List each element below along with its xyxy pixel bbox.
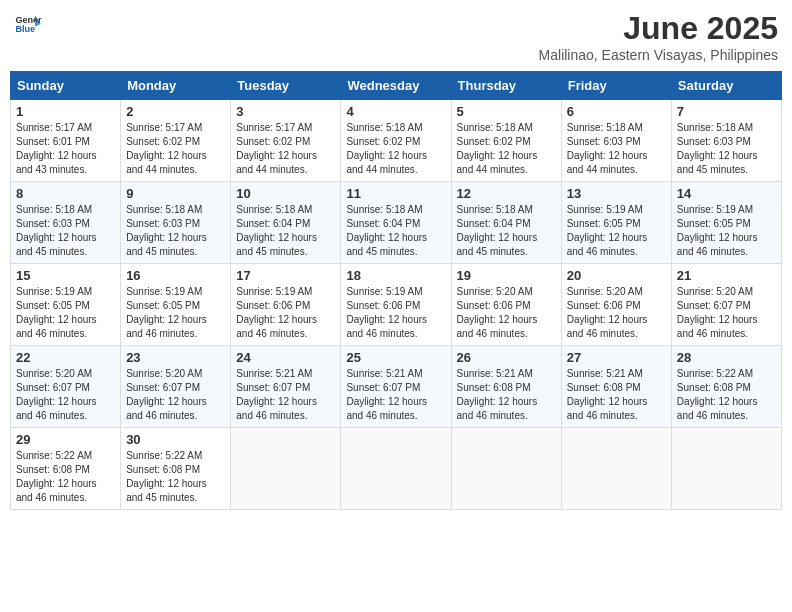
- day-info: Sunrise: 5:21 AMSunset: 6:08 PMDaylight:…: [567, 367, 666, 423]
- calendar-day-11: 11Sunrise: 5:18 AMSunset: 6:04 PMDayligh…: [341, 182, 451, 264]
- day-info: Sunrise: 5:18 AMSunset: 6:03 PMDaylight:…: [567, 121, 666, 177]
- day-info: Sunrise: 5:22 AMSunset: 6:08 PMDaylight:…: [677, 367, 776, 423]
- calendar-day-3: 3Sunrise: 5:17 AMSunset: 6:02 PMDaylight…: [231, 100, 341, 182]
- weekday-header-tuesday: Tuesday: [231, 72, 341, 100]
- day-number: 25: [346, 350, 445, 365]
- day-info: Sunrise: 5:18 AMSunset: 6:04 PMDaylight:…: [236, 203, 335, 259]
- calendar-day-empty: [341, 428, 451, 510]
- calendar-day-2: 2Sunrise: 5:17 AMSunset: 6:02 PMDaylight…: [121, 100, 231, 182]
- day-info: Sunrise: 5:19 AMSunset: 6:05 PMDaylight:…: [126, 285, 225, 341]
- day-number: 2: [126, 104, 225, 119]
- day-number: 20: [567, 268, 666, 283]
- location-title: Malilinao, Eastern Visayas, Philippines: [539, 47, 778, 63]
- day-number: 5: [457, 104, 556, 119]
- calendar-day-empty: [561, 428, 671, 510]
- weekday-header-friday: Friday: [561, 72, 671, 100]
- day-number: 21: [677, 268, 776, 283]
- day-number: 4: [346, 104, 445, 119]
- day-number: 22: [16, 350, 115, 365]
- day-info: Sunrise: 5:18 AMSunset: 6:04 PMDaylight:…: [346, 203, 445, 259]
- header: General Blue June 2025 Malilinao, Easter…: [10, 10, 782, 63]
- day-info: Sunrise: 5:20 AMSunset: 6:07 PMDaylight:…: [16, 367, 115, 423]
- calendar-day-17: 17Sunrise: 5:19 AMSunset: 6:06 PMDayligh…: [231, 264, 341, 346]
- calendar-week-5: 29Sunrise: 5:22 AMSunset: 6:08 PMDayligh…: [11, 428, 782, 510]
- day-info: Sunrise: 5:19 AMSunset: 6:05 PMDaylight:…: [567, 203, 666, 259]
- calendar-day-29: 29Sunrise: 5:22 AMSunset: 6:08 PMDayligh…: [11, 428, 121, 510]
- day-number: 13: [567, 186, 666, 201]
- calendar-day-20: 20Sunrise: 5:20 AMSunset: 6:06 PMDayligh…: [561, 264, 671, 346]
- calendar-day-30: 30Sunrise: 5:22 AMSunset: 6:08 PMDayligh…: [121, 428, 231, 510]
- day-number: 8: [16, 186, 115, 201]
- calendar-day-6: 6Sunrise: 5:18 AMSunset: 6:03 PMDaylight…: [561, 100, 671, 182]
- month-title: June 2025: [539, 10, 778, 47]
- day-info: Sunrise: 5:17 AMSunset: 6:02 PMDaylight:…: [236, 121, 335, 177]
- calendar-day-25: 25Sunrise: 5:21 AMSunset: 6:07 PMDayligh…: [341, 346, 451, 428]
- day-info: Sunrise: 5:18 AMSunset: 6:03 PMDaylight:…: [16, 203, 115, 259]
- calendar-week-3: 15Sunrise: 5:19 AMSunset: 6:05 PMDayligh…: [11, 264, 782, 346]
- day-number: 12: [457, 186, 556, 201]
- day-number: 6: [567, 104, 666, 119]
- day-number: 30: [126, 432, 225, 447]
- day-number: 7: [677, 104, 776, 119]
- day-number: 16: [126, 268, 225, 283]
- day-number: 18: [346, 268, 445, 283]
- calendar-day-14: 14Sunrise: 5:19 AMSunset: 6:05 PMDayligh…: [671, 182, 781, 264]
- calendar-day-5: 5Sunrise: 5:18 AMSunset: 6:02 PMDaylight…: [451, 100, 561, 182]
- day-number: 29: [16, 432, 115, 447]
- calendar-week-2: 8Sunrise: 5:18 AMSunset: 6:03 PMDaylight…: [11, 182, 782, 264]
- logo-icon: General Blue: [14, 10, 42, 38]
- day-info: Sunrise: 5:19 AMSunset: 6:06 PMDaylight:…: [236, 285, 335, 341]
- calendar-day-10: 10Sunrise: 5:18 AMSunset: 6:04 PMDayligh…: [231, 182, 341, 264]
- day-info: Sunrise: 5:18 AMSunset: 6:04 PMDaylight:…: [457, 203, 556, 259]
- day-info: Sunrise: 5:20 AMSunset: 6:07 PMDaylight:…: [677, 285, 776, 341]
- calendar-table: SundayMondayTuesdayWednesdayThursdayFrid…: [10, 71, 782, 510]
- day-info: Sunrise: 5:17 AMSunset: 6:01 PMDaylight:…: [16, 121, 115, 177]
- title-area: June 2025 Malilinao, Eastern Visayas, Ph…: [539, 10, 778, 63]
- day-number: 14: [677, 186, 776, 201]
- day-number: 19: [457, 268, 556, 283]
- day-number: 24: [236, 350, 335, 365]
- calendar-day-22: 22Sunrise: 5:20 AMSunset: 6:07 PMDayligh…: [11, 346, 121, 428]
- calendar-day-12: 12Sunrise: 5:18 AMSunset: 6:04 PMDayligh…: [451, 182, 561, 264]
- day-info: Sunrise: 5:18 AMSunset: 6:03 PMDaylight:…: [126, 203, 225, 259]
- day-info: Sunrise: 5:17 AMSunset: 6:02 PMDaylight:…: [126, 121, 225, 177]
- calendar-day-8: 8Sunrise: 5:18 AMSunset: 6:03 PMDaylight…: [11, 182, 121, 264]
- svg-text:Blue: Blue: [15, 24, 35, 34]
- calendar-day-21: 21Sunrise: 5:20 AMSunset: 6:07 PMDayligh…: [671, 264, 781, 346]
- calendar-day-empty: [451, 428, 561, 510]
- calendar-week-4: 22Sunrise: 5:20 AMSunset: 6:07 PMDayligh…: [11, 346, 782, 428]
- calendar-day-27: 27Sunrise: 5:21 AMSunset: 6:08 PMDayligh…: [561, 346, 671, 428]
- day-info: Sunrise: 5:19 AMSunset: 6:06 PMDaylight:…: [346, 285, 445, 341]
- day-number: 11: [346, 186, 445, 201]
- calendar-day-24: 24Sunrise: 5:21 AMSunset: 6:07 PMDayligh…: [231, 346, 341, 428]
- day-info: Sunrise: 5:21 AMSunset: 6:07 PMDaylight:…: [346, 367, 445, 423]
- day-number: 26: [457, 350, 556, 365]
- calendar-day-9: 9Sunrise: 5:18 AMSunset: 6:03 PMDaylight…: [121, 182, 231, 264]
- day-number: 27: [567, 350, 666, 365]
- day-info: Sunrise: 5:21 AMSunset: 6:07 PMDaylight:…: [236, 367, 335, 423]
- day-number: 10: [236, 186, 335, 201]
- day-info: Sunrise: 5:20 AMSunset: 6:06 PMDaylight:…: [457, 285, 556, 341]
- calendar-day-16: 16Sunrise: 5:19 AMSunset: 6:05 PMDayligh…: [121, 264, 231, 346]
- calendar-day-13: 13Sunrise: 5:19 AMSunset: 6:05 PMDayligh…: [561, 182, 671, 264]
- calendar-day-19: 19Sunrise: 5:20 AMSunset: 6:06 PMDayligh…: [451, 264, 561, 346]
- day-info: Sunrise: 5:20 AMSunset: 6:07 PMDaylight:…: [126, 367, 225, 423]
- day-info: Sunrise: 5:19 AMSunset: 6:05 PMDaylight:…: [16, 285, 115, 341]
- weekday-header-thursday: Thursday: [451, 72, 561, 100]
- day-info: Sunrise: 5:20 AMSunset: 6:06 PMDaylight:…: [567, 285, 666, 341]
- day-info: Sunrise: 5:22 AMSunset: 6:08 PMDaylight:…: [126, 449, 225, 505]
- calendar-day-empty: [671, 428, 781, 510]
- calendar-day-7: 7Sunrise: 5:18 AMSunset: 6:03 PMDaylight…: [671, 100, 781, 182]
- day-info: Sunrise: 5:18 AMSunset: 6:02 PMDaylight:…: [346, 121, 445, 177]
- calendar-week-1: 1Sunrise: 5:17 AMSunset: 6:01 PMDaylight…: [11, 100, 782, 182]
- day-number: 17: [236, 268, 335, 283]
- day-info: Sunrise: 5:18 AMSunset: 6:02 PMDaylight:…: [457, 121, 556, 177]
- weekday-header-monday: Monday: [121, 72, 231, 100]
- day-info: Sunrise: 5:18 AMSunset: 6:03 PMDaylight:…: [677, 121, 776, 177]
- calendar-day-28: 28Sunrise: 5:22 AMSunset: 6:08 PMDayligh…: [671, 346, 781, 428]
- calendar-day-4: 4Sunrise: 5:18 AMSunset: 6:02 PMDaylight…: [341, 100, 451, 182]
- calendar-day-26: 26Sunrise: 5:21 AMSunset: 6:08 PMDayligh…: [451, 346, 561, 428]
- day-number: 28: [677, 350, 776, 365]
- day-info: Sunrise: 5:19 AMSunset: 6:05 PMDaylight:…: [677, 203, 776, 259]
- weekday-header-row: SundayMondayTuesdayWednesdayThursdayFrid…: [11, 72, 782, 100]
